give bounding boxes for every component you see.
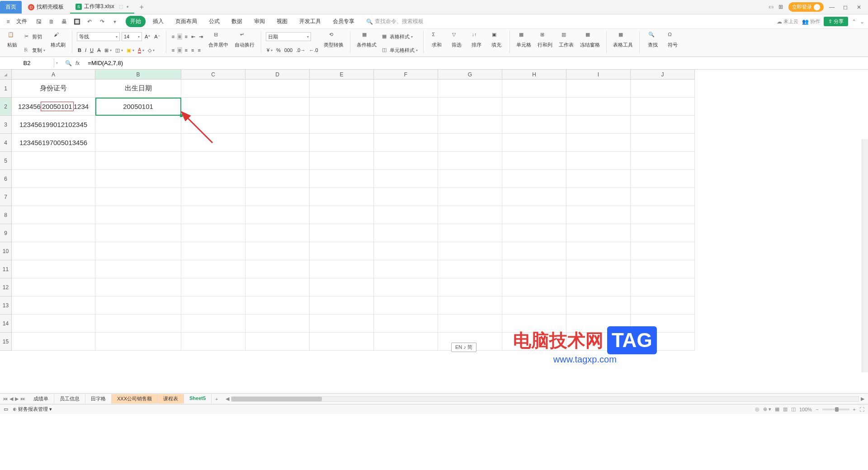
cell-G14[interactable] <box>438 315 502 333</box>
cell-J12[interactable] <box>631 278 695 296</box>
cell-I12[interactable] <box>566 278 631 296</box>
hscroll-left-icon[interactable]: ◀ <box>226 396 229 402</box>
cell-I9[interactable] <box>566 224 631 242</box>
zoom-out-button[interactable]: − <box>816 407 818 412</box>
cell-C4[interactable] <box>181 134 245 152</box>
cell-E6[interactable] <box>310 170 374 188</box>
col-header-E[interactable]: E <box>310 70 374 80</box>
cell-B9[interactable] <box>95 224 181 242</box>
cell-E15[interactable] <box>310 333 374 351</box>
cloud-icon[interactable]: ☁ <box>777 19 782 25</box>
add-sheet-button[interactable]: + <box>212 396 222 402</box>
cell-H4[interactable] <box>502 134 566 152</box>
cell-B1[interactable]: 出生日期 <box>95 80 181 98</box>
increase-font-button[interactable]: A⁺ <box>144 33 151 40</box>
cell-C15[interactable] <box>181 333 245 351</box>
cell-B4[interactable] <box>95 134 181 152</box>
cell-G8[interactable] <box>438 206 502 224</box>
percent-button[interactable]: % <box>275 47 282 53</box>
align-top-button[interactable]: ≡ <box>171 33 175 40</box>
cell-I4[interactable] <box>566 134 631 152</box>
hscroll-thumb[interactable] <box>231 397 322 401</box>
cell-A12[interactable] <box>12 278 95 296</box>
cell-C13[interactable] <box>181 296 245 315</box>
view-break-icon[interactable]: ◫ <box>791 406 796 412</box>
cell-H7[interactable] <box>502 188 566 206</box>
cell-A6[interactable] <box>12 170 95 188</box>
rowcol-button[interactable]: ⊞行和列 <box>536 31 554 49</box>
cell-I11[interactable] <box>566 260 631 278</box>
align-center-button[interactable]: ≡ <box>177 47 182 53</box>
cell-B13[interactable] <box>95 296 181 315</box>
symbol-button[interactable]: Ω符号 <box>664 31 681 49</box>
close-button[interactable]: ✕ <box>854 4 864 10</box>
cell-E11[interactable] <box>310 260 374 278</box>
sheet-tab-课程表[interactable]: 课程表 <box>158 394 184 404</box>
cell-H15[interactable] <box>502 333 566 351</box>
cell-D14[interactable] <box>245 315 310 333</box>
row-header-11[interactable]: 11 <box>0 260 12 278</box>
row-header-7[interactable]: 7 <box>0 188 12 206</box>
select-all-corner[interactable]: ◢ <box>0 70 12 80</box>
file-menu[interactable]: 文件 <box>14 17 30 26</box>
menutab-formula[interactable]: 公式 <box>204 16 224 27</box>
justify-button[interactable]: ≡ <box>190 47 195 53</box>
cell-G9[interactable] <box>438 224 502 242</box>
cell-J13[interactable] <box>631 296 695 315</box>
decrease-font-button[interactable]: A⁻ <box>153 33 161 40</box>
cell-C3[interactable] <box>181 116 245 134</box>
cell-A5[interactable] <box>12 152 95 170</box>
cell-E9[interactable] <box>310 224 374 242</box>
cell-A2[interactable]: 123456200501011234 <box>12 98 95 116</box>
side-panel-collapsed[interactable] <box>862 139 868 372</box>
fill-button[interactable]: ▣填充 <box>488 31 505 49</box>
number-format-combo[interactable]: 日期▾ <box>266 32 311 41</box>
merge-button[interactable]: ⊟合并居中 <box>207 31 230 49</box>
cell-B12[interactable] <box>95 278 181 296</box>
cell-H6[interactable] <box>502 170 566 188</box>
name-box[interactable] <box>0 58 54 68</box>
row-headers[interactable]: 123456789101112131415 <box>0 80 12 351</box>
view-page-icon[interactable]: ▥ <box>783 406 788 412</box>
cell-J8[interactable] <box>631 206 695 224</box>
cell-C1[interactable] <box>181 80 245 98</box>
cell-G11[interactable] <box>438 260 502 278</box>
col-header-J[interactable]: J <box>631 70 695 80</box>
thousands-button[interactable]: 000 <box>283 47 293 53</box>
cell-B3[interactable] <box>95 116 181 134</box>
share-button[interactable]: ⇪ 分享 <box>824 17 848 26</box>
cell-I1[interactable] <box>566 80 631 98</box>
cell-F11[interactable] <box>374 260 438 278</box>
col-header-A[interactable]: A <box>12 70 95 80</box>
print-icon[interactable]: 🖶 <box>60 17 69 26</box>
row-header-2[interactable]: 2 <box>0 98 12 116</box>
cell-B15[interactable] <box>95 333 181 351</box>
cell-A14[interactable] <box>12 315 95 333</box>
cell-F1[interactable] <box>374 80 438 98</box>
find-button[interactable]: 🔍查找 <box>644 31 661 49</box>
cell-A11[interactable] <box>12 260 95 278</box>
format-painter-button[interactable]: 🖌 格式刷 <box>49 31 67 49</box>
tablestyle-button[interactable]: ▦表格样式▾ <box>381 31 419 42</box>
cell-A4[interactable]: 123456197005013456 <box>12 134 95 152</box>
cell-G2[interactable] <box>438 98 502 116</box>
ribbon-collapse-icon[interactable]: ⌃ <box>852 19 856 25</box>
cell-D13[interactable] <box>245 296 310 315</box>
freeze-button[interactable]: ▦冻结窗格 <box>578 31 602 49</box>
fontcolor-button[interactable]: A▾ <box>137 47 145 54</box>
cell-C10[interactable] <box>181 242 245 260</box>
cell-H5[interactable] <box>502 152 566 170</box>
align-right-button[interactable]: ≡ <box>184 47 189 53</box>
distribute-button[interactable]: ≡ <box>197 47 201 53</box>
row-header-10[interactable]: 10 <box>0 242 12 260</box>
cut-button[interactable]: ✂ 剪切 <box>24 33 43 41</box>
col-header-H[interactable]: H <box>502 70 566 80</box>
cell-E5[interactable] <box>310 152 374 170</box>
namebox-dropdown-icon[interactable]: ▾ <box>54 61 60 65</box>
cell-F2[interactable] <box>374 98 438 116</box>
cell-D1[interactable] <box>245 80 310 98</box>
cell-E2[interactable] <box>310 98 374 116</box>
row-header-6[interactable]: 6 <box>0 170 12 188</box>
cell-G3[interactable] <box>438 116 502 134</box>
cell-C8[interactable] <box>181 206 245 224</box>
